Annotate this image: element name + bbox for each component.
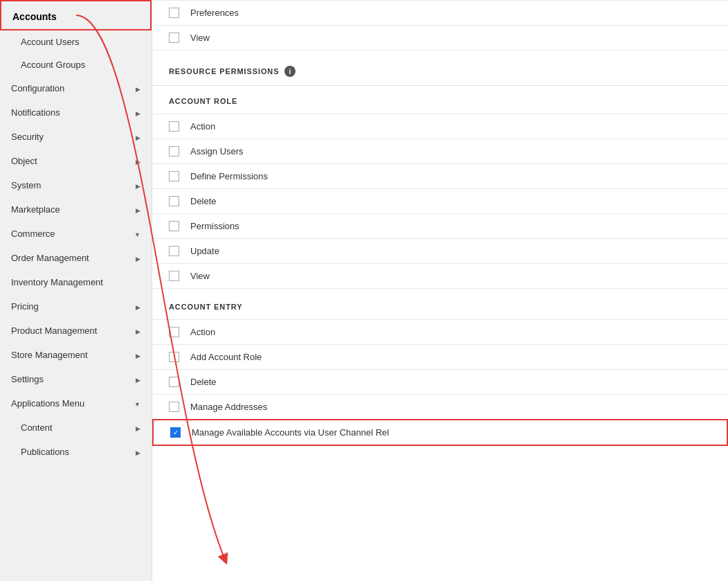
permission-row: Manage Available Accounts via User Chann… xyxy=(152,419,728,446)
permission-label: Delete xyxy=(190,377,217,387)
sidebar-item-order-management[interactable]: Order Management xyxy=(0,246,152,270)
permission-label: Add Account Role xyxy=(190,352,262,362)
accounts-header[interactable]: Accounts xyxy=(0,0,152,30)
permission-checkbox[interactable] xyxy=(169,246,179,256)
chevron-right-icon xyxy=(136,447,140,457)
permission-label: Manage Available Accounts via User Chann… xyxy=(192,427,389,438)
main-content: Preferences View RESOURCE PERMISSIONS i … xyxy=(152,0,728,581)
account-role-label: ACCOUNT ROLE xyxy=(152,86,728,114)
permission-checkbox[interactable] xyxy=(169,352,179,362)
chevron-right-icon xyxy=(136,350,140,360)
permission-row: Define Permissions xyxy=(152,163,728,188)
chevron-right-icon xyxy=(136,132,140,142)
chevron-right-icon xyxy=(136,325,140,336)
sidebar-item-notifications[interactable]: Notifications xyxy=(0,100,152,125)
permission-row: Update xyxy=(152,238,728,263)
permission-label: Manage Addresses xyxy=(190,402,267,412)
sidebar-item-applications-menu[interactable]: Applications Menu xyxy=(0,391,152,415)
account-entry-group: Action Add Account Role Delete Manage Ad… xyxy=(152,319,728,446)
chevron-right-icon xyxy=(136,156,140,166)
permission-checkbox[interactable] xyxy=(170,427,181,438)
chevron-right-icon xyxy=(136,422,140,433)
permission-label: Permissions xyxy=(190,221,239,231)
chevron-right-icon xyxy=(136,301,140,312)
permission-row: View xyxy=(152,263,728,289)
sidebar-item-publications[interactable]: Publications xyxy=(0,440,152,464)
chevron-right-icon xyxy=(136,180,140,190)
permission-row: Preferences xyxy=(152,0,728,25)
permission-row: Manage Addresses xyxy=(152,394,728,419)
permission-label: Define Permissions xyxy=(190,171,268,181)
permission-checkbox[interactable] xyxy=(169,33,179,43)
permission-row: View xyxy=(152,25,728,51)
permission-label: Action xyxy=(190,327,215,337)
sidebar-item-account-users[interactable]: Account Users xyxy=(0,30,152,53)
chevron-right-icon xyxy=(136,107,140,118)
permission-checkbox[interactable] xyxy=(169,221,179,231)
permission-label: Assign Users xyxy=(190,146,244,157)
permission-checkbox[interactable] xyxy=(169,196,179,206)
sidebar-item-configuration[interactable]: Configuration xyxy=(0,76,152,100)
permission-checkbox[interactable] xyxy=(169,171,179,181)
permission-checkbox[interactable] xyxy=(169,146,179,157)
permission-row: Permissions xyxy=(152,213,728,238)
permission-row: Delete xyxy=(152,188,728,213)
sidebar-item-store-management[interactable]: Store Management xyxy=(0,343,152,367)
sidebar-item-settings[interactable]: Settings xyxy=(0,367,152,391)
sidebar-item-security[interactable]: Security xyxy=(0,125,152,149)
sidebar-item-account-groups[interactable]: Account Groups xyxy=(0,53,152,76)
permission-checkbox[interactable] xyxy=(169,402,179,412)
permission-checkbox[interactable] xyxy=(169,121,179,132)
permission-label: View xyxy=(190,271,210,281)
chevron-right-icon xyxy=(136,83,140,93)
permission-label: Update xyxy=(190,246,219,256)
chevron-right-icon xyxy=(136,253,140,263)
chevron-right-icon xyxy=(136,374,140,384)
chevron-down-icon xyxy=(134,398,140,409)
sidebar-item-object[interactable]: Object xyxy=(0,149,152,173)
permission-label: Action xyxy=(190,121,215,132)
sidebar-item-product-management[interactable]: Product Management xyxy=(0,319,152,343)
chevron-right-icon xyxy=(136,204,140,215)
sidebar-item-pricing[interactable]: Pricing xyxy=(0,294,152,319)
permission-row: Action xyxy=(152,114,728,138)
account-role-group: Action Assign Users Define Permissions D… xyxy=(152,114,728,289)
permission-label: Preferences xyxy=(190,8,239,18)
account-entry-label: ACCOUNT ENTRY xyxy=(152,292,728,319)
sidebar-item-commerce[interactable]: Commerce xyxy=(0,222,152,246)
resource-permissions-header: RESOURCE PERMISSIONS i xyxy=(152,53,728,86)
permission-label: View xyxy=(190,33,210,43)
permission-checkbox[interactable] xyxy=(169,327,179,337)
sidebar-item-system[interactable]: System xyxy=(0,173,152,197)
permission-row: Assign Users xyxy=(152,138,728,163)
info-icon: i xyxy=(284,66,295,77)
sidebar-item-inventory-management[interactable]: Inventory Management xyxy=(0,270,152,294)
top-rows-group: Preferences View xyxy=(152,0,728,51)
permission-row: Add Account Role xyxy=(152,344,728,369)
permission-checkbox[interactable] xyxy=(169,377,179,387)
permission-checkbox[interactable] xyxy=(169,271,179,281)
sidebar-item-marketplace[interactable]: Marketplace xyxy=(0,197,152,222)
sidebar: Accounts Account Users Account Groups Co… xyxy=(0,0,152,581)
permission-checkbox[interactable] xyxy=(169,8,179,18)
permission-row: Action xyxy=(152,319,728,344)
permission-row: Delete xyxy=(152,369,728,394)
permission-label: Delete xyxy=(190,196,217,206)
sidebar-item-content[interactable]: Content xyxy=(0,415,152,440)
chevron-down-icon xyxy=(134,229,140,239)
